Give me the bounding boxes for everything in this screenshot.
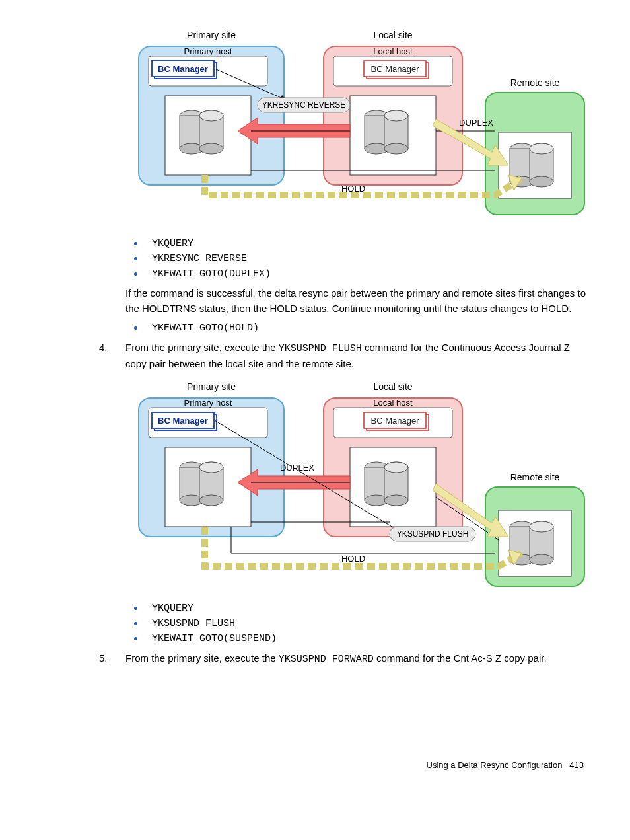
yksuspnd-flush-label: YKSUSPND FLUSH bbox=[397, 529, 469, 539]
remote-site-label: Remote site bbox=[510, 472, 560, 482]
local-site-label: Local site bbox=[373, 30, 412, 40]
svg-point-53 bbox=[199, 462, 223, 473]
step-number: 5. bbox=[99, 651, 108, 666]
step-4-cmd: YKSUSPND FLUSH bbox=[279, 343, 362, 354]
svg-point-22 bbox=[384, 143, 408, 154]
primary-site-label: Primary site bbox=[187, 30, 236, 40]
command-item: YKEWAIT GOTO(SUSPEND) bbox=[125, 633, 590, 644]
svg-point-65 bbox=[384, 462, 408, 473]
step-5: 5. From the primary site, execute the YK… bbox=[99, 651, 590, 668]
hold-label: HOLD bbox=[341, 184, 365, 194]
step-list-2: 5. From the primary site, execute the YK… bbox=[99, 651, 590, 668]
command-item: YKQUERY bbox=[125, 238, 590, 249]
page-footer: Using a Delta Resync Configuration 413 bbox=[40, 760, 590, 770]
command-list-3: YKQUERY YKSUSPND FLUSH YKEWAIT GOTO(SUSP… bbox=[125, 603, 590, 644]
command-item: YKRESYNC REVERSE bbox=[125, 253, 590, 264]
local-host-label: Local host bbox=[373, 46, 413, 56]
local-host-label: Local host bbox=[373, 398, 413, 408]
step-number: 4. bbox=[99, 340, 108, 356]
paragraph-holdtrns: If the command is successful, the delta … bbox=[125, 286, 590, 316]
command-list-2: YKEWAIT GOTO(HOLD) bbox=[125, 323, 590, 334]
footer-page: 413 bbox=[569, 760, 584, 770]
command-item: YKSUSPND FLUSH bbox=[125, 618, 590, 629]
svg-point-74 bbox=[530, 521, 553, 532]
step-4: 4. From the primary site, execute the YK… bbox=[99, 340, 590, 371]
local-site-label: Local site bbox=[373, 381, 412, 392]
duplex-label: DUPLEX bbox=[459, 118, 493, 128]
hold-label: HOLD bbox=[341, 554, 365, 564]
duplex-label: DUPLEX bbox=[280, 463, 314, 473]
step-5-post: command for the Cnt Ac-S Z copy pair. bbox=[374, 652, 547, 664]
svg-point-10 bbox=[199, 143, 223, 154]
svg-point-31 bbox=[530, 176, 553, 187]
svg-point-32 bbox=[530, 143, 553, 154]
svg-point-11 bbox=[199, 110, 223, 121]
command-item: YKEWAIT GOTO(DUPLEX) bbox=[125, 268, 590, 280]
svg-point-64 bbox=[384, 495, 408, 506]
command-item: YKEWAIT GOTO(HOLD) bbox=[125, 323, 590, 334]
primary-host-label: Primary host bbox=[184, 398, 232, 408]
ykresync-reverse-label: YKRESYNC REVERSE bbox=[262, 100, 346, 110]
primary-site-label: Primary site bbox=[187, 381, 236, 392]
svg-point-73 bbox=[530, 554, 553, 565]
primary-host-label: Primary host bbox=[184, 46, 232, 56]
step-list: 4. From the primary site, execute the YK… bbox=[99, 340, 590, 371]
svg-point-23 bbox=[384, 110, 408, 121]
bc-manager-primary: BC Manager bbox=[158, 64, 208, 74]
step-4-pre: From the primary site, execute the bbox=[125, 342, 279, 353]
command-list-1: YKQUERY YKRESYNC REVERSE YKEWAIT GOTO(DU… bbox=[125, 238, 590, 280]
bc-manager-primary: BC Manager bbox=[158, 416, 208, 426]
remote-site-label: Remote site bbox=[510, 77, 560, 88]
bc-manager-local: BC Manager bbox=[371, 416, 420, 426]
footer-text: Using a Delta Resync Configuration bbox=[427, 760, 563, 770]
bc-manager-local: BC Manager bbox=[371, 64, 420, 74]
step-5-pre: From the primary site, execute the bbox=[125, 652, 279, 664]
diagram-yksuspnd-flush: Primary site Primary host BC Manager Loc… bbox=[125, 378, 590, 590]
command-item: YKQUERY bbox=[125, 603, 590, 614]
diagram-ykresync-reverse: Primary site Primary host BC Manager Loc… bbox=[125, 26, 590, 225]
step-5-cmd: YKSUSPND FORWARD bbox=[279, 654, 374, 665]
svg-point-52 bbox=[199, 495, 223, 506]
